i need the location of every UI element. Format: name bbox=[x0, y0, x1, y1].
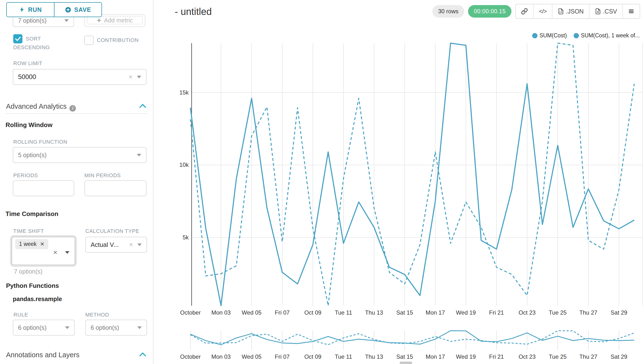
metrics-select-value: 7 option(s) bbox=[18, 17, 64, 24]
min-periods-label: MIN PERIODS bbox=[84, 172, 121, 179]
rolling-function-label: ROLLING FUNCTION bbox=[13, 139, 67, 145]
svg-text:Oct 09: Oct 09 bbox=[304, 309, 322, 316]
time-shift-multiselect[interactable]: 1 week ✕ × bbox=[12, 237, 75, 265]
advanced-analytics-header[interactable]: Advanced Analyticsi bbox=[6, 102, 148, 112]
lightning-bolt-icon bbox=[19, 6, 25, 13]
advanced-analytics-title: Advanced Analytics bbox=[6, 102, 66, 110]
calculation-type-select[interactable]: Actual V... × bbox=[85, 237, 147, 253]
periods-label: PERIODS bbox=[13, 172, 38, 179]
contribution-label: CONTRIBUTION bbox=[97, 37, 138, 43]
svg-text:Wed 19: Wed 19 bbox=[456, 354, 476, 360]
svg-text:Sat 29: Sat 29 bbox=[610, 354, 627, 360]
add-metric-label: Add metric bbox=[104, 17, 133, 24]
annotations-header[interactable]: Annotations and Layers bbox=[6, 351, 148, 359]
time-comparison-title: Time Comparison bbox=[6, 210, 58, 218]
control-panel-sidebar: 7 option(s) + Add metric RUN SAVE SORT D… bbox=[0, 0, 154, 364]
svg-text:Mon 17: Mon 17 bbox=[426, 309, 445, 316]
svg-text:October: October bbox=[180, 309, 200, 316]
svg-text:Wed 19: Wed 19 bbox=[456, 309, 476, 316]
mini-series-line-dashed bbox=[190, 331, 634, 345]
chart-series-lines[interactable] bbox=[190, 43, 634, 306]
svg-text:Mon 17: Mon 17 bbox=[426, 354, 445, 360]
run-save-button-bar: RUN SAVE bbox=[6, 2, 102, 17]
time-shift-chip-label: 1 week bbox=[19, 241, 37, 247]
chevron-up-icon[interactable] bbox=[139, 104, 146, 111]
svg-text:Tue 25: Tue 25 bbox=[549, 309, 567, 316]
run-button[interactable]: RUN bbox=[7, 3, 54, 17]
annotations-title: Annotations and Layers bbox=[6, 351, 80, 359]
bottom-scroll-handle[interactable] bbox=[400, 362, 412, 364]
remove-chip-icon[interactable]: ✕ bbox=[40, 241, 44, 247]
caret-down-icon bbox=[138, 326, 142, 329]
time-shift-chip: 1 week ✕ bbox=[15, 239, 48, 249]
svg-text:Thu 13: Thu 13 bbox=[365, 309, 383, 316]
svg-text:Oct 23: Oct 23 bbox=[519, 354, 536, 360]
row-limit-value: 50000 bbox=[18, 73, 129, 81]
svg-text:Sat 15: Sat 15 bbox=[396, 309, 413, 316]
min-periods-input[interactable] bbox=[84, 180, 146, 196]
y-axis: 5k10k15k bbox=[179, 43, 192, 306]
rule-label: RULE bbox=[14, 312, 28, 318]
caret-down-icon bbox=[64, 19, 69, 22]
caret-down-icon bbox=[65, 251, 70, 254]
svg-text:5k: 5k bbox=[183, 234, 189, 240]
method-label: METHOD bbox=[85, 312, 109, 318]
plus-circle-icon bbox=[65, 6, 71, 13]
checkbox-checked-icon[interactable] bbox=[13, 34, 22, 44]
time-shift-helper: 7 option(s) bbox=[14, 268, 42, 275]
svg-text:Tue 11: Tue 11 bbox=[335, 354, 352, 360]
svg-text:Fri 07: Fri 07 bbox=[275, 309, 290, 316]
clear-icon[interactable]: × bbox=[53, 248, 57, 256]
svg-text:Mon 03: Mon 03 bbox=[211, 354, 231, 360]
clear-icon[interactable]: × bbox=[129, 241, 133, 248]
svg-text:Fri 07: Fri 07 bbox=[275, 354, 290, 360]
svg-text:Thu 27: Thu 27 bbox=[580, 309, 598, 316]
run-button-label: RUN bbox=[28, 6, 42, 13]
line-chart-canvas[interactable]: 5k10k15kOctoberMon 03Wed 05Fri 07Oct 09T… bbox=[154, 0, 644, 364]
series-line-dashed bbox=[190, 43, 634, 306]
pandas-resample-label: pandas.resample bbox=[13, 296, 62, 302]
info-icon[interactable]: i bbox=[70, 105, 76, 112]
method-select[interactable]: 6 option(s) bbox=[85, 320, 147, 336]
chart-gridlines bbox=[192, 43, 642, 306]
series-line-solid bbox=[190, 43, 634, 306]
save-button-label: SAVE bbox=[74, 6, 91, 13]
caret-down-icon bbox=[138, 244, 142, 246]
svg-text:Wed 05: Wed 05 bbox=[242, 309, 262, 316]
chart-panel: - untitled 30 rows 00:00:00.15 </> bbox=[154, 0, 644, 364]
method-value: 6 option(s) bbox=[90, 324, 138, 331]
svg-text:15k: 15k bbox=[179, 89, 189, 96]
svg-text:Oct 09: Oct 09 bbox=[304, 354, 322, 360]
periods-input[interactable] bbox=[13, 180, 74, 196]
svg-text:Fri 21: Fri 21 bbox=[489, 309, 504, 316]
python-functions-title: Python Functions bbox=[6, 282, 59, 290]
caret-down-icon bbox=[65, 326, 70, 329]
add-metric-button[interactable]: + Add metric bbox=[87, 16, 143, 24]
svg-text:Thu 13: Thu 13 bbox=[365, 354, 383, 360]
rolling-window-title: Rolling Window bbox=[6, 121, 52, 129]
caret-down-icon bbox=[137, 76, 141, 78]
mini-series-line-solid bbox=[190, 331, 634, 345]
sort-descending-control[interactable]: SORT DESCENDING bbox=[13, 34, 69, 52]
svg-text:Tue 11: Tue 11 bbox=[335, 309, 352, 316]
rolling-function-select[interactable]: 5 option(s) bbox=[13, 147, 146, 163]
calculation-type-label: CALCULATION TYPE bbox=[85, 228, 139, 234]
svg-text:Oct 23: Oct 23 bbox=[519, 309, 536, 316]
svg-text:Thu 27: Thu 27 bbox=[580, 354, 598, 360]
calculation-type-value: Actual V... bbox=[90, 241, 129, 248]
row-limit-label: ROW LIMIT bbox=[13, 60, 42, 66]
chevron-up-icon[interactable] bbox=[139, 352, 146, 359]
clear-icon[interactable]: × bbox=[129, 73, 132, 81]
rule-value: 6 option(s) bbox=[18, 324, 65, 331]
checkbox-unchecked-icon[interactable] bbox=[84, 36, 94, 45]
svg-text:Tue 25: Tue 25 bbox=[549, 354, 567, 360]
svg-text:Fri 21: Fri 21 bbox=[489, 354, 504, 360]
contribution-control[interactable]: CONTRIBUTION bbox=[84, 36, 150, 45]
rule-select[interactable]: 6 option(s) bbox=[13, 320, 75, 336]
plus-icon: + bbox=[97, 17, 101, 24]
mini-preview-chart[interactable]: OctoberMon 03Wed 05Fri 07Oct 09Tue 11Thu… bbox=[180, 331, 634, 360]
caret-down-icon bbox=[137, 154, 141, 156]
row-limit-select[interactable]: 50000 × bbox=[13, 69, 146, 85]
svg-text:Wed 05: Wed 05 bbox=[242, 354, 262, 360]
save-button[interactable]: SAVE bbox=[54, 3, 102, 17]
